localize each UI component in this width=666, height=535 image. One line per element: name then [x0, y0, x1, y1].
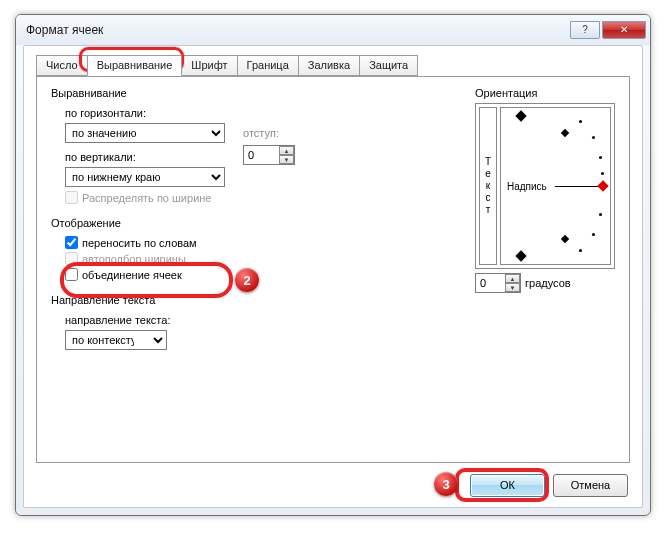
horizontal-label: по горизонтали: — [65, 107, 146, 119]
wrap-text-checkbox[interactable] — [65, 236, 78, 249]
tab-fill[interactable]: Заливка — [298, 55, 360, 76]
tab-number[interactable]: Число — [36, 55, 88, 76]
annotation-badge-2: 2 — [235, 268, 259, 292]
tab-alignment[interactable]: Выравнивание — [87, 55, 183, 76]
window-title: Формат ячеек — [26, 23, 570, 37]
distribute-label: Распределять по ширине — [82, 192, 211, 204]
help-button[interactable]: ? — [570, 21, 600, 39]
vertical-label: по вертикали: — [65, 151, 136, 163]
orientation-dial[interactable]: Надпись — [500, 107, 611, 265]
group-orientation: Ориентация Текст Надпись — [475, 87, 615, 293]
cancel-button[interactable]: Отмена — [553, 474, 628, 497]
group-text-direction-label: Направление текста — [51, 294, 155, 306]
shrink-label: автоподбор ширины — [82, 253, 186, 265]
close-button[interactable]: ✕ — [602, 21, 646, 39]
distribute-checkbox — [65, 191, 78, 204]
merge-label: объединение ячеек — [82, 269, 182, 281]
orientation-vertical-text[interactable]: Текст — [479, 107, 497, 265]
degrees-label: градусов — [525, 277, 571, 289]
titlebar[interactable]: Формат ячеек ? ✕ — [16, 15, 650, 45]
group-text-direction: Направление текста направление текста: п… — [51, 294, 615, 354]
indent-label: отступ: — [243, 127, 279, 139]
degrees-spin-buttons[interactable]: ▲▼ — [505, 274, 520, 292]
dialog-client: Число Выравнивание Шрифт Граница Заливка… — [23, 45, 643, 508]
tab-strip: Число Выравнивание Шрифт Граница Заливка… — [36, 55, 642, 76]
tab-protection[interactable]: Защита — [359, 55, 418, 76]
vertical-select[interactable]: по нижнему краю — [65, 167, 225, 187]
group-display-label: Отображение — [51, 217, 121, 229]
merge-checkbox[interactable] — [65, 268, 78, 281]
dialog-footer: ОК Отмена — [24, 463, 642, 507]
group-orientation-label: Ориентация — [475, 87, 537, 99]
annotation-badge-3: 3 — [434, 472, 458, 496]
ok-button[interactable]: ОК — [470, 474, 545, 497]
text-direction-select[interactable]: по контексту — [65, 330, 167, 350]
tab-font[interactable]: Шрифт — [181, 55, 237, 76]
shrink-checkbox — [65, 252, 78, 265]
tab-content: Выравнивание по горизонтали: по значению… — [36, 76, 630, 463]
dialog-window: Формат ячеек ? ✕ Число Выравнивание Шриф… — [15, 14, 651, 516]
group-alignment-label: Выравнивание — [51, 87, 127, 99]
text-direction-label: направление текста: — [65, 314, 170, 326]
orientation-dial-label: Надпись — [507, 181, 547, 192]
indent-spin-buttons[interactable]: ▲▼ — [279, 146, 294, 164]
wrap-text-label: переносить по словам — [82, 237, 197, 249]
horizontal-select[interactable]: по значению — [65, 123, 225, 143]
tab-border[interactable]: Граница — [237, 55, 299, 76]
